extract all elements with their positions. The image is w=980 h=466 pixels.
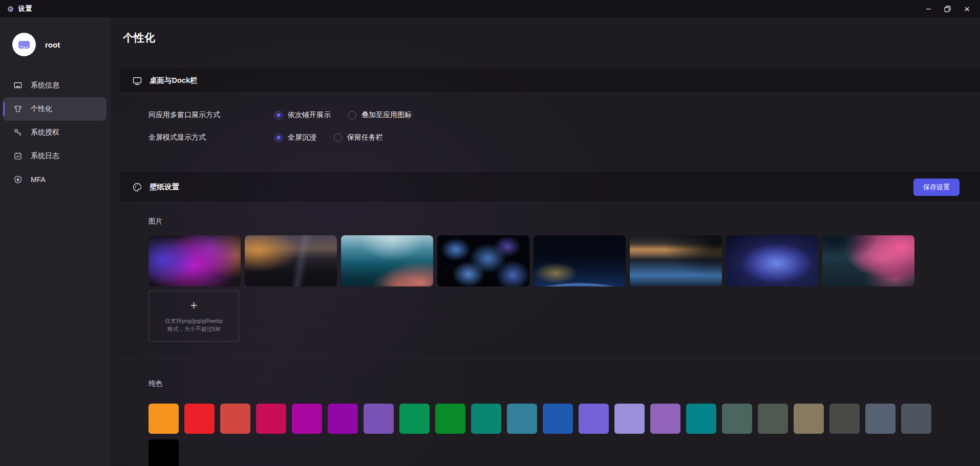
- color-swatch-7463d8[interactable]: [579, 404, 609, 434]
- sidebar-item-label: MFA: [31, 175, 46, 184]
- radio-unselected-icon[interactable]: [348, 111, 356, 119]
- setting-label: 同应用多窗口展示方式: [148, 110, 274, 120]
- color-swatch-7a52b5[interactable]: [364, 404, 394, 434]
- color-swatch-row: [148, 404, 980, 434]
- log-icon: [13, 151, 23, 161]
- desktop-dock-rows: 同应用多窗口展示方式依次铺开展示叠加至应用图标全屏模式显示方式全屏沉浸保留任务栏: [120, 93, 980, 159]
- color-swatch-4d555e[interactable]: [901, 404, 931, 434]
- color-swatch-eb2028[interactable]: [184, 404, 215, 434]
- setting-label: 全屏模式显示方式: [148, 133, 274, 142]
- wallpaper-content: 图片 + 仅支持png/jpg/gif/webp 格式，大小不超过5M 纯色: [120, 217, 980, 466]
- avatar[interactable]: [12, 33, 36, 56]
- wallpaper-thumb-underwater-divers-coral[interactable]: [341, 235, 433, 286]
- radio-selected-icon[interactable]: [274, 111, 283, 119]
- user-row: root: [0, 33, 111, 56]
- sidebar-item-label: 个性化: [31, 104, 52, 114]
- main-content: 个性化 桌面与Dock栏 同应用多窗口展示方式依次铺开展示叠加至应用图标全屏模式…: [111, 17, 980, 466]
- setting-row: 全屏模式显示方式全屏沉浸保留任务栏: [148, 130, 980, 145]
- wallpaper-thumb-pink-sunset-ice-lagoon[interactable]: [822, 235, 914, 286]
- section-wallpaper: 壁纸设置 保存设置 图片 + 仅支持png/jpg/gif/webp 格式，大小…: [120, 172, 980, 466]
- section-desktop-dock: 桌面与Dock栏 同应用多窗口展示方式依次铺开展示叠加至应用图标全屏模式显示方式…: [120, 69, 980, 159]
- wallpaper-title: 壁纸设置: [150, 182, 179, 192]
- radio-option-label: 全屏沉浸: [288, 133, 316, 142]
- sidebar-item-2[interactable]: 系统授权: [3, 121, 106, 144]
- close-button[interactable]: ×: [964, 4, 970, 14]
- monitor-icon: [13, 81, 23, 90]
- radio-option[interactable]: 保留任务栏: [334, 133, 383, 142]
- color-swatch-9307a8[interactable]: [328, 404, 358, 434]
- color-swatch-069355[interactable]: [399, 404, 430, 434]
- radio-option[interactable]: 依次铺开展示: [274, 110, 331, 120]
- desktop-dock-title: 桌面与Dock栏: [150, 76, 197, 85]
- color-swatch-35809a[interactable]: [507, 404, 537, 434]
- window-title: 设置: [18, 4, 32, 13]
- sidebar-item-1[interactable]: 个性化: [3, 97, 106, 121]
- save-settings-button[interactable]: 保存设置: [913, 179, 960, 196]
- sidebar: root 系统信息个性化系统授权系统日志MFA: [0, 17, 111, 466]
- sidebar-item-3[interactable]: 系统日志: [3, 144, 106, 168]
- wallpaper-thumb-blue-jellyfish[interactable]: [437, 235, 529, 286]
- color-swatch-f7941e[interactable]: [148, 404, 179, 434]
- gear-dot: [10, 8, 12, 11]
- user-name: root: [45, 40, 60, 49]
- radio-option[interactable]: 叠加至应用图标: [348, 110, 412, 120]
- wallpaper-thumbnails: [148, 235, 980, 286]
- wallpaper-thumb-earth-night-from-space[interactable]: [534, 235, 626, 286]
- sidebar-item-0[interactable]: 系统信息: [3, 74, 106, 97]
- color-swatch-4a665f[interactable]: [722, 404, 752, 434]
- titlebar: ⚙ 设置 – ×: [0, 0, 980, 17]
- color-swatch-c70d56[interactable]: [256, 404, 286, 434]
- upload-wallpaper-button[interactable]: + 仅支持png/jpg/gif/webp 格式，大小不超过5M: [148, 291, 239, 342]
- radio-option-label: 依次铺开展示: [288, 110, 331, 120]
- color-swatch-0a8a28[interactable]: [435, 404, 465, 434]
- sidebar-item-label: 系统授权: [31, 128, 59, 137]
- color-swatch-9a90dc[interactable]: [614, 404, 645, 434]
- color-swatch-4e5a50[interactable]: [758, 404, 788, 434]
- palette-icon: [132, 182, 142, 192]
- wallpaper-thumb-abstract-purple-gradient[interactable]: [148, 235, 241, 286]
- color-swatch-9164bb[interactable]: [650, 404, 680, 434]
- radio-group: 依次铺开展示叠加至应用图标: [274, 110, 412, 120]
- color-swatch-a808a0[interactable]: [292, 404, 322, 434]
- images-label: 图片: [148, 217, 980, 226]
- radio-unselected-icon[interactable]: [334, 134, 342, 142]
- wallpaper-header: 壁纸设置 保存设置: [120, 172, 980, 203]
- gear-icon: ⚙: [7, 5, 14, 13]
- minimize-button[interactable]: –: [926, 5, 931, 13]
- color-swatch-058589[interactable]: [686, 404, 716, 434]
- plus-icon: +: [190, 299, 197, 312]
- radio-option[interactable]: 全屏沉浸: [274, 133, 316, 142]
- setting-row: 同应用多窗口展示方式依次铺开展示叠加至应用图标: [148, 107, 980, 123]
- restore-button[interactable]: [944, 6, 951, 12]
- sidebar-menu: 系统信息个性化系统授权系统日志MFA: [0, 74, 111, 191]
- color-swatch-000000[interactable]: [148, 439, 179, 466]
- upload-hint: 仅支持png/jpg/gif/webp 格式，大小不超过5M: [165, 317, 223, 333]
- monitor-icon: [132, 76, 142, 86]
- radio-option-label: 叠加至应用图标: [361, 110, 412, 120]
- key-icon: [13, 128, 23, 137]
- page-title: 个性化: [123, 31, 980, 45]
- avatar-icon: [16, 37, 32, 52]
- color-swatch-4b4945[interactable]: [829, 404, 860, 434]
- radio-group: 全屏沉浸保留任务栏: [274, 133, 383, 142]
- sidebar-item-4[interactable]: MFA: [3, 168, 106, 191]
- solid-color-label: 纯色: [148, 379, 980, 388]
- wallpaper-thumb-dark-mountains-sunset[interactable]: [245, 235, 337, 286]
- color-swatch-row-2: [148, 439, 980, 466]
- tshirt-icon: [13, 104, 23, 114]
- desktop-dock-header: 桌面与Dock栏: [120, 69, 980, 93]
- color-swatch-877a60[interactable]: [794, 404, 824, 434]
- color-swatch-2059b0[interactable]: [543, 404, 573, 434]
- color-swatch-0a8673[interactable]: [471, 404, 501, 434]
- mfa-shield-icon: [13, 175, 23, 184]
- radio-selected-icon[interactable]: [274, 134, 283, 142]
- divider: [120, 358, 980, 359]
- color-swatch-d14840[interactable]: [220, 404, 250, 434]
- radio-option-label: 保留任务栏: [347, 133, 383, 142]
- sidebar-item-label: 系统信息: [31, 81, 59, 90]
- wallpaper-thumb-mountain-lake-dusk[interactable]: [630, 235, 722, 286]
- sidebar-item-label: 系统日志: [31, 151, 59, 161]
- wallpaper-thumb-blue-purple-nebula[interactable]: [726, 235, 818, 286]
- restore-icon: [944, 6, 951, 12]
- color-swatch-566173[interactable]: [865, 404, 896, 434]
